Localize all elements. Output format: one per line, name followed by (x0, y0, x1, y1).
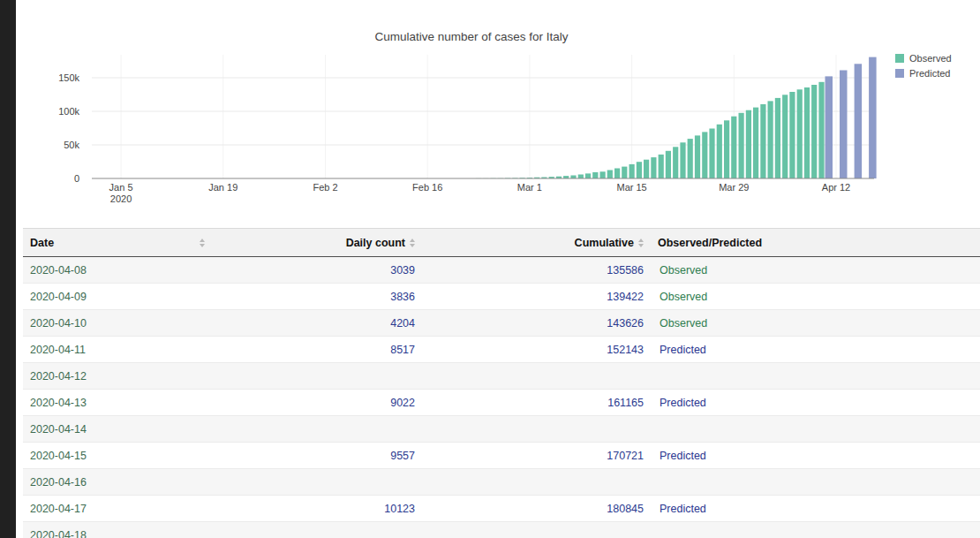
cell-daily-count[interactable]: 9022 (212, 390, 422, 416)
cell-date[interactable]: 2020-04-09 (23, 284, 212, 310)
legend-swatch-icon (895, 69, 904, 78)
cell-date[interactable]: 2020-04-12 (23, 363, 212, 390)
cell-daily-count[interactable]: 9557 (212, 443, 422, 469)
bar-observed (789, 92, 795, 178)
bar-predicted (825, 76, 833, 178)
cell-cumulative[interactable]: 152143 (422, 337, 651, 363)
cell-cumulative[interactable] (422, 522, 651, 538)
cell-date[interactable]: 2020-04-17 (23, 496, 212, 522)
cell-observed-predicted[interactable] (651, 469, 980, 496)
bar-predicted (855, 64, 863, 178)
cell-observed-predicted[interactable] (651, 363, 980, 390)
legend-item-observed[interactable]: Observed (895, 53, 952, 64)
column-header-daily-count[interactable]: Daily count (212, 229, 422, 257)
cell-date[interactable]: 2020-04-14 (23, 416, 212, 443)
column-header-observed-predicted: Observed/Predicted (651, 229, 980, 257)
table-row: 2020-04-12 (23, 363, 980, 390)
cell-date[interactable]: 2020-04-11 (23, 337, 212, 363)
sort-icon[interactable] (200, 239, 205, 247)
cell-date[interactable]: 2020-04-10 (23, 310, 212, 337)
cell-observed-predicted[interactable]: Observed (651, 284, 980, 310)
bar-observed (637, 162, 642, 178)
cell-cumulative[interactable]: 170721 (422, 443, 651, 469)
dashboard: Cumulative number of cases for Italy 050… (16, 0, 980, 538)
bar-observed (585, 173, 591, 178)
cell-date[interactable]: 2020-04-18 (23, 522, 212, 538)
table-row: 2020-04-18 (23, 522, 980, 538)
cell-cumulative[interactable] (422, 416, 651, 443)
cell-cumulative[interactable]: 139422 (422, 284, 651, 310)
cell-daily-count[interactable]: 3039 (212, 257, 422, 284)
cell-cumulative[interactable]: 180845 (422, 496, 651, 522)
cell-daily-count[interactable]: 8517 (212, 337, 422, 363)
bar-observed (673, 147, 678, 178)
cell-cumulative[interactable] (422, 469, 651, 496)
cell-observed-predicted[interactable]: Observed (651, 257, 980, 284)
svg-text:50k: 50k (64, 140, 79, 150)
cell-daily-count[interactable]: 3836 (212, 284, 422, 310)
cell-date[interactable]: 2020-04-08 (23, 257, 212, 284)
cell-date[interactable]: 2020-04-13 (23, 390, 212, 416)
cell-observed-predicted[interactable]: Predicted (651, 337, 980, 363)
column-header-cumulative[interactable]: Cumulative (422, 229, 651, 257)
bar-observed (709, 129, 714, 179)
cumulative-cases-bar-chart: 050k100k150kJan 52020Jan 19Feb 2Feb 16Ma… (16, 0, 980, 223)
bar-observed (804, 87, 810, 178)
svg-text:Mar 29: Mar 29 (719, 182, 749, 193)
cell-observed-predicted[interactable]: Predicted (651, 496, 980, 522)
cell-daily-count[interactable]: 4204 (212, 310, 422, 337)
table-row: 2020-04-093836139422Observed (23, 284, 980, 310)
bar-observed (702, 132, 707, 178)
cell-daily-count[interactable] (212, 522, 422, 538)
cell-observed-predicted[interactable] (651, 416, 980, 443)
svg-text:100k: 100k (58, 106, 79, 117)
column-label: Date (30, 237, 54, 249)
column-header-date[interactable]: Date (23, 229, 212, 257)
data-table: DateDaily countCumulativeObserved/Predic… (23, 228, 980, 538)
table-row: 2020-04-1710123180845Predicted (23, 496, 980, 522)
bar-observed (607, 170, 613, 179)
bar-observed (753, 108, 758, 178)
window-edge-strip (0, 0, 16, 538)
cell-daily-count[interactable] (212, 363, 422, 390)
column-label: Observed/Predicted (658, 237, 762, 249)
cell-cumulative[interactable]: 143626 (422, 310, 651, 337)
cell-observed-predicted[interactable]: Predicted (651, 443, 980, 469)
cell-daily-count[interactable] (212, 416, 422, 443)
cell-daily-count[interactable]: 10123 (212, 496, 422, 522)
svg-text:0: 0 (74, 173, 79, 184)
svg-text:Apr 12: Apr 12 (822, 182, 850, 193)
svg-text:Jan 19: Jan 19 (208, 182, 237, 193)
table-row: 2020-04-159557170721Predicted (23, 443, 980, 469)
bar-observed (629, 164, 635, 178)
bar-observed (775, 98, 780, 178)
bar-observed (768, 101, 773, 178)
bar-predicted (840, 71, 848, 179)
bar-observed (622, 167, 627, 178)
table-row: 2020-04-083039135586Observed (23, 257, 980, 284)
cell-date[interactable]: 2020-04-16 (23, 469, 212, 496)
cell-cumulative[interactable]: 135586 (422, 257, 651, 284)
bar-observed (651, 157, 656, 178)
table-row: 2020-04-118517152143Predicted (23, 337, 980, 363)
bar-observed (600, 171, 606, 178)
cell-observed-predicted[interactable] (651, 522, 980, 538)
cell-observed-predicted[interactable]: Observed (651, 310, 980, 337)
cell-cumulative[interactable] (422, 363, 651, 390)
svg-text:2020: 2020 (110, 193, 132, 204)
bar-observed (688, 139, 693, 178)
legend-label: Observed (909, 53, 952, 64)
sort-icon[interactable] (638, 239, 644, 247)
cell-date[interactable]: 2020-04-15 (23, 443, 212, 469)
cell-observed-predicted[interactable]: Predicted (651, 390, 980, 416)
cell-daily-count[interactable] (212, 469, 422, 496)
legend-item-predicted[interactable]: Predicted (895, 68, 952, 79)
table-row: 2020-04-16 (23, 469, 980, 496)
table-body: 2020-04-083039135586Observed2020-04-0938… (23, 257, 980, 538)
bar-observed (666, 151, 671, 178)
bar-observed (739, 113, 744, 178)
bar-observed (760, 104, 765, 178)
table-row: 2020-04-139022161165Predicted (23, 390, 980, 416)
sort-icon[interactable] (410, 239, 415, 247)
cell-cumulative[interactable]: 161165 (422, 390, 651, 416)
